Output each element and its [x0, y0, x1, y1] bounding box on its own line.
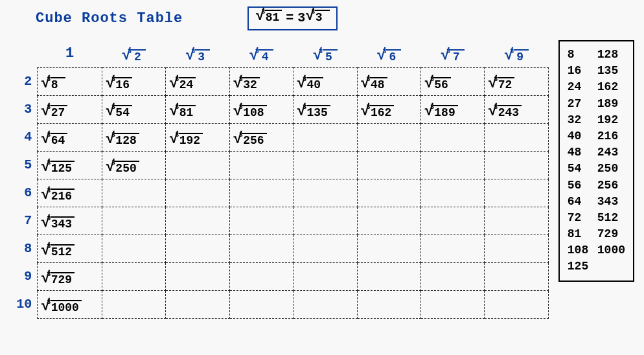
row-header: 3: [10, 95, 38, 123]
table-cell: 3√343: [38, 207, 102, 235]
cuberoot-icon: 3√32: [233, 77, 260, 93]
table-cell: 3√48: [357, 67, 420, 95]
cuberoot-icon: 3√16: [106, 77, 132, 93]
cuberoot-icon: 3√6: [376, 49, 400, 65]
table-cell: 3√729: [38, 262, 102, 290]
table-cell: 3√56: [420, 67, 484, 95]
cuberoot-icon: 3√72: [488, 77, 514, 93]
table-cell: [357, 179, 420, 207]
reference-pair: 48243: [568, 144, 625, 161]
table-cell: [485, 207, 549, 235]
table-cell: [166, 262, 229, 290]
reference-pair: 81729: [568, 226, 625, 242]
column-header: 3√4: [229, 40, 293, 67]
table-cell: [485, 290, 549, 318]
cuberoot-icon: 3√81: [169, 105, 196, 120]
cuberoot-icon: 3√243: [488, 105, 522, 120]
table-cell: [166, 235, 229, 262]
reference-pair: 54250: [568, 161, 625, 177]
reference-pair: 1081000: [568, 242, 625, 258]
table-cell: [229, 179, 293, 207]
cuberoot-icon: 3√1000: [41, 300, 82, 315]
reference-pair: 125: [568, 258, 625, 275]
reference-pair: 8128: [568, 47, 625, 63]
table-row: 43√643√1283√1923√256: [10, 123, 548, 151]
table-cell: 3√1000: [38, 290, 102, 318]
table-cell: [420, 235, 484, 262]
cuberoot-icon: 3√3: [185, 49, 209, 65]
table-cell: [420, 207, 484, 235]
reference-pair: 27189: [568, 96, 625, 112]
table-cell: [293, 123, 357, 151]
cuberoot-icon: 3√4: [249, 49, 273, 65]
table-row: 93√729: [10, 262, 548, 290]
table-cell: 3√135: [293, 95, 357, 123]
column-header: 3√3: [166, 40, 229, 67]
table-cell: [485, 151, 549, 179]
table-cell: [485, 123, 549, 151]
table-cell: [229, 290, 293, 318]
example-formula: 3√81 = 3 3√3: [247, 6, 337, 30]
reference-pair: 72512: [568, 210, 625, 226]
reference-pair: 32192: [568, 112, 625, 128]
table-row: 63√216: [10, 179, 548, 207]
cuberoot-icon: 3√7: [441, 49, 465, 65]
cuberoot-icon: 3√24: [169, 77, 196, 93]
table-cell: [357, 235, 420, 262]
table-cell: 3√54: [102, 95, 165, 123]
cuberoot-icon: 3√189: [424, 105, 458, 120]
table-cell: [166, 179, 229, 207]
row-header: 10: [10, 290, 38, 318]
table-cell: [293, 262, 357, 290]
table-cell: [357, 207, 420, 235]
table-cell: 3√189: [420, 95, 484, 123]
table-row: 103√1000: [10, 290, 548, 318]
row-header: 7: [10, 207, 38, 235]
table-cell: [293, 207, 357, 235]
cuberoot-icon: 3√512: [41, 244, 75, 260]
table-cell: [229, 262, 293, 290]
cuberoot-icon: 3√128: [106, 133, 139, 148]
row-header: 4: [10, 123, 38, 151]
table-cell: 3√81: [166, 95, 229, 123]
reference-pair: 24162: [568, 79, 625, 95]
cuberoot-icon: 3√9: [504, 49, 528, 65]
table-cell: [420, 262, 484, 290]
cuberoot-icon: 3√729: [41, 272, 75, 288]
table-cell: 3√16: [102, 67, 165, 95]
table-cell: 3√108: [229, 95, 293, 123]
cube-roots-table: 13√23√33√43√53√63√73√9 23√83√163√243√323…: [10, 40, 549, 319]
table-cell: [485, 235, 549, 262]
table-cell: 3√32: [229, 67, 293, 95]
cuberoot-icon: 3√3: [305, 10, 329, 25]
table-row: 73√343: [10, 207, 548, 235]
table-cell: [229, 207, 293, 235]
cuberoot-icon: 3√27: [41, 105, 67, 120]
column-header: 3√6: [357, 40, 420, 67]
cuberoot-icon: 3√343: [41, 216, 75, 232]
cuberoot-icon: 3√54: [106, 105, 132, 120]
table-cell: [293, 179, 357, 207]
column-header: 1: [38, 40, 102, 67]
cuberoot-icon: 3√40: [297, 77, 323, 93]
table-cell: 3√243: [485, 95, 549, 123]
cuberoot-icon: 3√5: [313, 49, 337, 65]
cuberoot-icon: 3√81: [255, 10, 282, 25]
cuberoot-icon: 3√2: [122, 49, 146, 65]
table-cell: 3√27: [38, 95, 102, 123]
table-cell: [102, 179, 165, 207]
table-cell: [102, 290, 165, 318]
table-cell: 3√40: [293, 67, 357, 95]
reference-pair: 64343: [568, 194, 625, 210]
row-header: 2: [10, 67, 38, 95]
table-cell: [485, 179, 549, 207]
cuberoot-icon: 3√48: [361, 77, 387, 93]
table-cell: 3√8: [38, 67, 102, 95]
table-cell: [357, 262, 420, 290]
table-cell: [166, 207, 229, 235]
table-row: 23√83√163√243√323√403√483√563√72: [10, 67, 548, 95]
row-header: 5: [10, 151, 38, 179]
table-cell: [357, 151, 420, 179]
table-cell: 3√24: [166, 67, 229, 95]
table-cell: [102, 235, 165, 262]
